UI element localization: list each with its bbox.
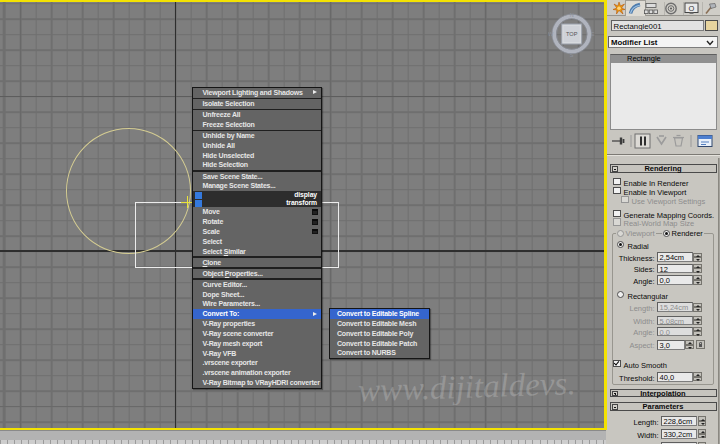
svg-text:S: S	[570, 52, 574, 58]
svg-text:TOP: TOP	[566, 31, 578, 37]
svg-text:N: N	[570, 12, 574, 18]
svg-text:O: O	[688, 4, 694, 13]
svg-text:E: E	[591, 31, 595, 37]
svg-text:W: W	[548, 31, 554, 37]
